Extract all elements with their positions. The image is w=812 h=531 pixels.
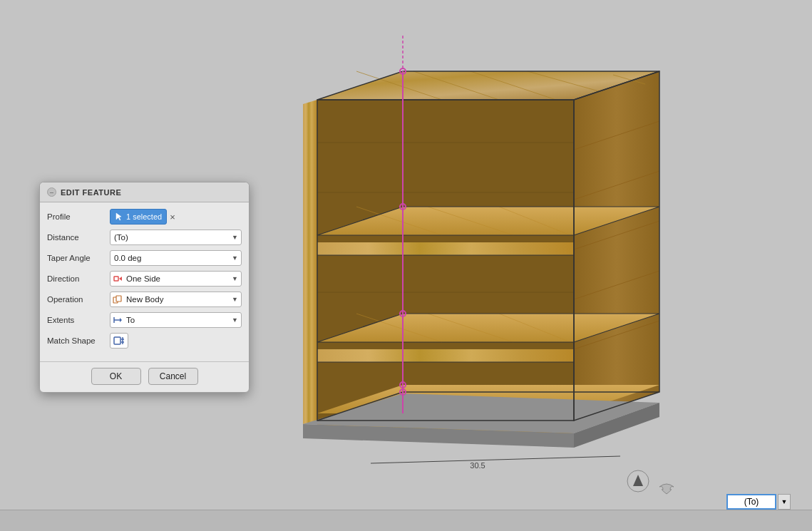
extents-select-wrapper: To Blind Through All ▼	[110, 312, 242, 328]
distance-control: (To) Blind Through All Symmetric ▼	[110, 230, 242, 245]
direction-select[interactable]: One Side Two Sides Symmetric	[110, 271, 242, 287]
svg-marker-20	[317, 242, 574, 255]
svg-marker-25	[317, 349, 574, 362]
direction-select-wrapper: One Side Two Sides Symmetric ▼	[110, 271, 242, 287]
profile-control: 1 selected ×	[110, 209, 242, 225]
operation-select[interactable]: New Body Join Cut Intersect	[110, 292, 242, 307]
profile-row: Profile 1 selected ×	[47, 208, 242, 225]
dialog-close-button[interactable]: –	[47, 187, 56, 197]
dialog-header: – EDIT FEATURE	[40, 182, 249, 202]
operation-select-wrapper: New Body Join Cut Intersect ▼	[110, 292, 242, 307]
direction-control: One Side Two Sides Symmetric ▼	[110, 271, 242, 287]
taper-angle-select[interactable]: 0.0 deg 5.0 deg 10.0 deg	[110, 250, 242, 266]
svg-marker-6	[574, 71, 659, 421]
dialog-title: EDIT FEATURE	[61, 188, 121, 197]
match-shape-control	[110, 333, 242, 349]
direction-label: Direction	[47, 274, 110, 283]
cancel-button[interactable]: Cancel	[148, 368, 198, 385]
svg-line-35	[371, 456, 620, 463]
taper-angle-row: Taper Angle 0.0 deg 5.0 deg 10.0 deg ▼	[47, 249, 242, 267]
distance-label: Distance	[47, 233, 110, 242]
dialog-footer: OK Cancel	[40, 361, 249, 392]
dialog-body: Profile 1 selected × Distance	[40, 202, 249, 359]
distance-select[interactable]: (To) Blind Through All Symmetric	[110, 230, 242, 245]
taper-angle-control: 0.0 deg 5.0 deg 10.0 deg ▼	[110, 250, 242, 266]
extents-row: Extents To Blind Through All	[47, 311, 242, 329]
profile-selected-text: 1 selected	[126, 212, 162, 221]
status-bar	[0, 510, 812, 531]
operation-control: New Body Join Cut Intersect ▼	[110, 292, 242, 307]
edit-feature-dialog: – EDIT FEATURE Profile 1 selected ×	[39, 182, 250, 393]
shelf-viewport: 30.5	[214, 36, 713, 520]
profile-label: Profile	[47, 212, 110, 221]
bottom-dimension-input-group: ▼	[726, 494, 791, 510]
profile-selected-button[interactable]: 1 selected	[110, 209, 167, 225]
svg-marker-0	[317, 100, 574, 421]
ok-button[interactable]: OK	[91, 368, 141, 385]
extents-control: To Blind Through All ▼	[110, 312, 242, 328]
match-shape-label: Match Shape	[47, 336, 110, 345]
svg-rect-67	[114, 337, 120, 344]
cursor-icon	[115, 212, 123, 221]
distance-select-wrapper: (To) Blind Through All Symmetric ▼	[110, 230, 242, 245]
extents-select[interactable]: To Blind Through All	[110, 312, 242, 328]
dimension-input-arrow[interactable]: ▼	[778, 494, 791, 510]
svg-marker-19	[303, 100, 317, 424]
match-shape-icon	[113, 336, 125, 346]
operation-row: Operation New Body Join Cut Intersect	[47, 291, 242, 308]
extents-label: Extents	[47, 316, 110, 324]
taper-angle-label: Taper Angle	[47, 254, 110, 262]
canvas-area: 30.5	[0, 0, 812, 531]
taper-angle-select-wrapper: 0.0 deg 5.0 deg 10.0 deg ▼	[110, 250, 242, 266]
svg-marker-59	[116, 213, 121, 220]
match-shape-button[interactable]	[110, 333, 128, 349]
svg-text:30.5: 30.5	[470, 461, 485, 470]
direction-row: Direction One Side Two Sides Symmetric ▼	[47, 270, 242, 287]
distance-row: Distance (To) Blind Through All Symmetri…	[47, 229, 242, 246]
match-shape-row: Match Shape	[47, 332, 242, 349]
dimension-input[interactable]	[726, 494, 776, 510]
operation-label: Operation	[47, 295, 110, 304]
profile-clear-button[interactable]: ×	[170, 212, 175, 222]
